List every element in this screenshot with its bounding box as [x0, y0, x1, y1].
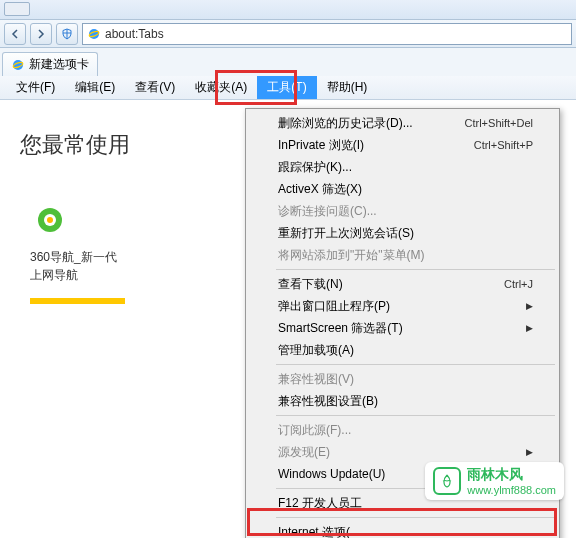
browser-tab[interactable]: 新建选项卡: [2, 52, 98, 76]
tab-title: 新建选项卡: [29, 56, 89, 73]
dd-diagnose[interactable]: 诊断连接问题(C)...: [248, 200, 557, 222]
bookmark-icon: [30, 200, 70, 240]
menu-tools[interactable]: 工具(T): [257, 76, 316, 99]
ie-icon: [87, 27, 101, 41]
separator: [276, 415, 555, 416]
bookmark-title: 360导航_新一代 上网导航: [30, 248, 210, 284]
watermark-url: www.ylmf888.com: [467, 484, 556, 496]
chevron-right-icon: ▶: [526, 323, 533, 333]
dd-inprivate[interactable]: InPrivate 浏览(I) Ctrl+Shift+P: [248, 134, 557, 156]
menu-favorites[interactable]: 收藏夹(A): [185, 76, 257, 99]
dd-popup[interactable]: 弹出窗口阻止程序(P) ▶: [248, 295, 557, 317]
address-text: about:Tabs: [105, 27, 164, 41]
annotation-highlight-options: [247, 508, 557, 536]
dd-smartscreen[interactable]: SmartScreen 筛选器(T) ▶: [248, 317, 557, 339]
watermark: 雨林木风 www.ylmf888.com: [425, 462, 564, 500]
dd-delete-history[interactable]: 删除浏览的历史记录(D)... Ctrl+Shift+Del: [248, 112, 557, 134]
tab-row: 新建选项卡: [0, 48, 576, 76]
watermark-logo-icon: [433, 467, 461, 495]
menu-bar: 文件(F) 编辑(E) 查看(V) 收藏夹(A) 工具(T) 帮助(H): [0, 76, 576, 100]
address-bar[interactable]: about:Tabs: [82, 23, 572, 45]
separator: [276, 269, 555, 270]
navigation-row: about:Tabs: [0, 20, 576, 48]
dd-reopen[interactable]: 重新打开上次浏览会话(S): [248, 222, 557, 244]
menu-file[interactable]: 文件(F): [6, 76, 65, 99]
dd-tracking[interactable]: 跟踪保护(K)...: [248, 156, 557, 178]
menu-help[interactable]: 帮助(H): [317, 76, 378, 99]
separator: [276, 364, 555, 365]
bookmark-card[interactable]: 360导航_新一代 上网导航: [20, 190, 220, 314]
chevron-right-icon: ▶: [526, 301, 533, 311]
chevron-right-icon: ▶: [526, 447, 533, 457]
menu-edit[interactable]: 编辑(E): [65, 76, 125, 99]
window-button[interactable]: [4, 2, 30, 16]
dd-add-start[interactable]: 将网站添加到"开始"菜单(M): [248, 244, 557, 266]
dd-compat-settings[interactable]: 兼容性视图设置(B): [248, 390, 557, 412]
svg-point-6: [47, 217, 53, 223]
security-shield-button[interactable]: [56, 23, 78, 45]
forward-button[interactable]: [30, 23, 52, 45]
bookmark-underline: [30, 298, 125, 304]
back-button[interactable]: [4, 23, 26, 45]
dd-addons[interactable]: 管理加载项(A): [248, 339, 557, 361]
dd-subscribe[interactable]: 订阅此源(F)...: [248, 419, 557, 441]
titlebar: [0, 0, 576, 20]
dd-downloads[interactable]: 查看下载(N) Ctrl+J: [248, 273, 557, 295]
dd-feed-discovery[interactable]: 源发现(E) ▶: [248, 441, 557, 463]
ie-icon: [11, 58, 25, 72]
dd-activex[interactable]: ActiveX 筛选(X): [248, 178, 557, 200]
dd-compat-view[interactable]: 兼容性视图(V): [248, 368, 557, 390]
menu-view[interactable]: 查看(V): [125, 76, 185, 99]
watermark-text: 雨林木风: [467, 466, 556, 484]
